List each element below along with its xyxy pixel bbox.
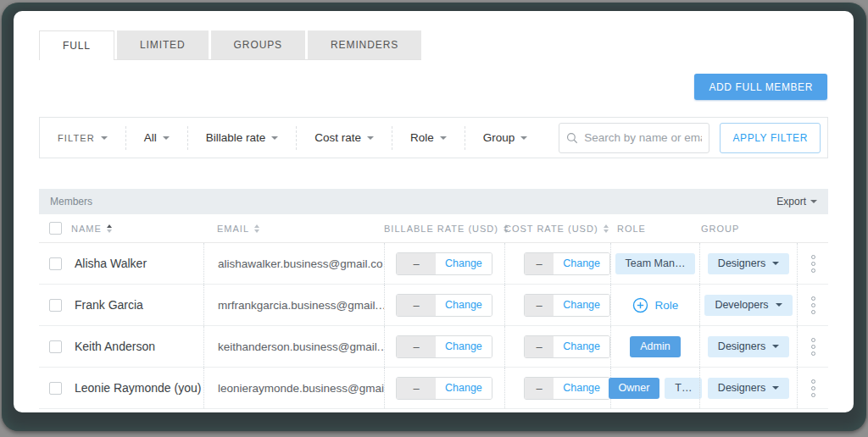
add-role-button[interactable]: Role [632,297,679,313]
cost-rate-control[interactable]: – Change [524,294,610,317]
chevron-down-icon [772,386,779,390]
billable-rate-control[interactable]: – Change [396,252,492,275]
cost-rate-change-button[interactable]: Change [554,253,609,274]
add-full-member-button[interactable]: ADD FULL MEMBER [694,74,827,100]
filter-role-label: Role [410,131,434,144]
member-name: Keith Anderson [71,340,155,353]
group-pill[interactable]: Developers [704,295,792,316]
table-row: Leonie Raymonde (you) leonieraymonde.bus… [39,368,828,409]
billable-rate-value: – [397,295,436,316]
sort-icon [107,224,112,233]
cost-rate-control[interactable]: – Change [524,377,610,400]
table-row: Frank Garcia mrfrankgarcia.business@gmai… [39,285,828,326]
filter-status-label: All [144,131,157,144]
filter-role-dropdown[interactable]: Role [392,126,465,150]
tab-full[interactable]: FULL [39,30,114,60]
chevron-down-icon [772,345,779,348]
billable-rate-control[interactable]: – Change [396,377,492,400]
group-pill[interactable]: Designers [708,336,789,357]
chevron-down-icon [520,136,527,140]
tab-limited[interactable]: LIMITED [117,30,209,59]
row-checkbox[interactable] [49,340,62,353]
cost-rate-change-button[interactable]: Change [554,378,609,399]
search-input[interactable] [584,131,702,144]
group-pill[interactable]: Designers [708,253,789,274]
chevron-down-icon [776,303,782,307]
role-pill[interactable]: Team Man… [615,253,696,274]
row-menu-button[interactable] [808,376,819,401]
filter-cost-rate-label: Cost rate [314,131,361,144]
billable-rate-change-button[interactable]: Change [436,336,492,357]
export-label: Export [776,196,806,207]
chevron-down-icon [101,136,108,140]
filter-label: FILTER [58,133,95,143]
table-header-row: NAME EMAIL BILLABLE RATE (USD) COST RATE [39,214,828,243]
cost-rate-value: – [525,253,554,274]
column-header-email[interactable]: EMAIL [217,224,259,234]
members-bar: Members Export [39,189,828,214]
filter-billable-rate-dropdown[interactable]: Billable rate [188,126,298,150]
column-header-name[interactable]: NAME [71,224,112,234]
member-name: Leonie Raymonde (you) [71,381,201,395]
member-email: leonieraymonde.business@gmai… [218,382,384,395]
search-box[interactable] [559,123,709,153]
row-menu-button[interactable] [808,252,819,276]
member-name: Frank Garcia [71,298,143,312]
select-all-checkbox[interactable] [49,222,62,235]
member-email: alishawalker.business@gmail.co… [218,257,384,270]
cost-rate-change-button[interactable]: Change [554,295,609,316]
sort-icon [254,224,259,233]
member-name: Alisha Walker [71,257,147,270]
column-header-billable-rate[interactable]: BILLABLE RATE (USD) [384,224,509,234]
chevron-down-icon [440,136,447,140]
cost-rate-control[interactable]: – Change [524,252,610,275]
members-table: Members Export NAME EMAIL [39,189,828,409]
billable-rate-control[interactable]: – Change [396,294,492,317]
billable-rate-change-button[interactable]: Change [436,378,492,399]
chevron-down-icon [367,136,374,140]
column-header-group: GROUP [701,224,739,234]
billable-rate-value: – [397,336,436,357]
filter-bar: FILTER All Billable rate Cost rate Role … [39,117,828,158]
cost-rate-value: – [525,295,554,316]
tab-groups[interactable]: GROUPS [211,30,305,59]
plus-circle-icon [632,297,648,313]
row-checkbox[interactable] [49,257,62,270]
billable-rate-change-button[interactable]: Change [436,295,492,316]
role-pill[interactable]: Owner [609,378,660,399]
column-header-role: ROLE [617,224,646,234]
search-icon [566,131,578,145]
chevron-down-icon [810,200,817,203]
members-title: Members [50,196,92,207]
row-checkbox[interactable] [49,382,62,395]
filter-group-dropdown[interactable]: Group [465,126,546,150]
cost-rate-change-button[interactable]: Change [554,336,609,357]
billable-rate-control[interactable]: – Change [396,335,492,358]
row-checkbox[interactable] [49,299,62,312]
cost-rate-value: – [525,378,554,399]
sort-icon [604,224,609,233]
members-page: FULL LIMITED GROUPS REMINDERS ADD FULL M… [14,11,854,412]
cost-rate-control[interactable]: – Change [524,335,610,358]
row-menu-button[interactable] [808,335,819,359]
group-pill[interactable]: Designers [708,378,789,399]
row-menu-button[interactable] [808,293,819,318]
member-email: keithanderson.business@gmail.… [218,340,384,353]
filter-dropdown[interactable]: FILTER [40,126,126,150]
table-row: Alisha Walker alishawalker.business@gmai… [39,243,828,285]
cost-rate-value: – [525,336,554,357]
export-dropdown[interactable]: Export [776,196,817,207]
filter-cost-rate-dropdown[interactable]: Cost rate [297,126,392,150]
billable-rate-change-button[interactable]: Change [436,253,492,274]
billable-rate-value: – [397,378,436,399]
column-header-cost-rate[interactable]: COST RATE (USD) [504,224,609,234]
billable-rate-value: – [397,253,436,274]
apply-filter-button[interactable]: APPLY FILTER [720,123,821,153]
member-email: mrfrankgarcia.business@gmail.… [218,299,384,312]
table-row: Keith Anderson keithanderson.business@gm… [39,326,828,368]
role-pill[interactable]: T… [665,378,702,399]
role-pill[interactable]: Admin [630,336,680,357]
filter-status-dropdown[interactable]: All [126,126,188,150]
filter-billable-rate-label: Billable rate [206,131,266,144]
tab-reminders[interactable]: REMINDERS [308,30,421,59]
